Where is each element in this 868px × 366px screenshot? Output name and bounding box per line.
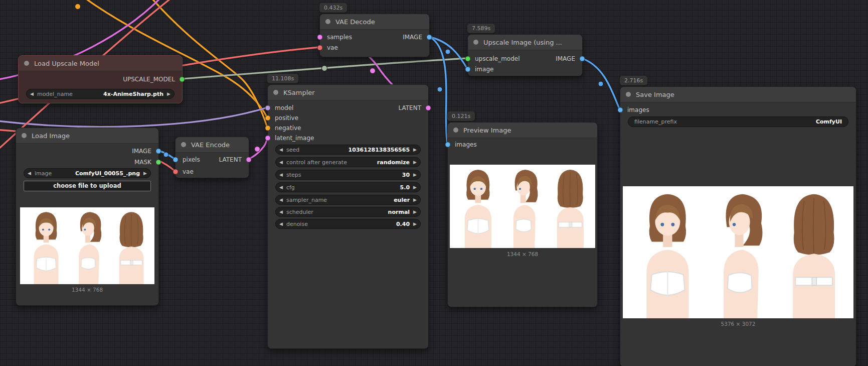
input-port-icon[interactable] bbox=[173, 157, 179, 163]
input-slot-images[interactable]: images bbox=[620, 105, 856, 115]
node-title: VAE Encode bbox=[191, 141, 230, 149]
node-title-bar[interactable]: VAE Encode bbox=[176, 137, 249, 153]
node-vae-encode[interactable]: VAE Encode pixels LATENT vae bbox=[175, 137, 249, 178]
increment-arrow-icon[interactable]: ▶ bbox=[163, 89, 174, 99]
node-load-upscale-model[interactable]: Load Upscale Model UPSCALE_MODEL ◀ model… bbox=[18, 55, 183, 103]
collapse-dot-icon[interactable] bbox=[181, 142, 186, 147]
execution-time-badge: 11.108s bbox=[267, 74, 298, 83]
output-port-icon[interactable] bbox=[180, 77, 185, 82]
decrement-arrow-icon[interactable]: ◀ bbox=[276, 157, 286, 167]
collapse-dot-icon[interactable] bbox=[24, 61, 29, 66]
link-midpoint-dot bbox=[255, 147, 260, 152]
node-save-image[interactable]: Save Image images filename_prefix ComfyU… bbox=[620, 86, 856, 366]
widget-cfg[interactable]: ◀ cfg 5.0 ▶ bbox=[275, 182, 421, 192]
node-title-bar[interactable]: Load Upscale Model bbox=[19, 56, 182, 71]
input-port-icon[interactable] bbox=[265, 136, 271, 141]
widget-scheduler[interactable]: ◀ scheduler normal ▶ bbox=[275, 207, 421, 217]
input-slot-negative[interactable]: negative bbox=[268, 123, 428, 133]
node-title-bar[interactable]: Upscale Image (using ... bbox=[468, 35, 582, 50]
output-port-icon[interactable] bbox=[426, 105, 431, 111]
input-slot-samples[interactable]: samples bbox=[320, 32, 380, 42]
decrement-arrow-icon[interactable]: ◀ bbox=[276, 145, 286, 155]
input-port-icon[interactable] bbox=[445, 142, 451, 148]
decrement-arrow-icon[interactable]: ◀ bbox=[276, 182, 286, 192]
widget-image-file[interactable]: ◀ image ComfyUI_00055_.png ▶ bbox=[24, 168, 151, 178]
increment-arrow-icon[interactable]: ▶ bbox=[410, 170, 420, 180]
input-port-icon[interactable] bbox=[317, 35, 323, 40]
output-slot-latent[interactable]: LATENT bbox=[340, 103, 428, 113]
input-port-icon[interactable] bbox=[173, 169, 179, 175]
node-graph-canvas[interactable]: 11.108s 0.432s 7.589s 0.121s 2.716s Load… bbox=[0, 0, 868, 366]
increment-arrow-icon[interactable]: ▶ bbox=[410, 219, 420, 229]
node-ksampler[interactable]: KSampler model LATENT positive negative … bbox=[267, 84, 429, 349]
decrement-arrow-icon[interactable]: ◀ bbox=[276, 170, 286, 180]
loaded-image-preview bbox=[20, 207, 154, 284]
increment-arrow-icon[interactable]: ▶ bbox=[410, 182, 420, 192]
input-port-icon[interactable] bbox=[265, 115, 271, 121]
output-port-icon[interactable] bbox=[427, 35, 432, 40]
decrement-arrow-icon[interactable]: ◀ bbox=[276, 219, 286, 229]
node-title-bar[interactable]: Load Image bbox=[16, 128, 158, 144]
node-upscale-image[interactable]: Upscale Image (using ... upscale_model I… bbox=[467, 34, 583, 76]
widget-model-name[interactable]: ◀ model_name 4x-AnimeSharp.pth ▶ bbox=[26, 89, 175, 99]
node-title: Save Image bbox=[636, 91, 674, 98]
collapse-dot-icon[interactable] bbox=[22, 133, 27, 138]
node-load-image[interactable]: Load Image IMAGE MASK ◀ image ComfyUI_00… bbox=[16, 128, 159, 306]
input-slot-image[interactable]: image bbox=[468, 64, 582, 74]
node-vae-decode[interactable]: VAE Decode samples IMAGE vae bbox=[319, 14, 430, 57]
input-slot-vae[interactable]: vae bbox=[320, 43, 429, 53]
input-slot-model[interactable]: model bbox=[268, 103, 340, 113]
node-title-bar[interactable]: VAE Decode bbox=[320, 14, 429, 30]
increment-arrow-icon[interactable]: ▶ bbox=[140, 168, 150, 178]
output-port-icon[interactable] bbox=[580, 56, 585, 62]
input-port-icon[interactable] bbox=[317, 45, 323, 51]
input-port-icon[interactable] bbox=[465, 67, 471, 72]
output-slot-latent[interactable]: LATENT bbox=[209, 155, 249, 165]
output-slot-image[interactable]: IMAGE bbox=[16, 146, 158, 156]
collapse-dot-icon[interactable] bbox=[273, 90, 278, 95]
widget-control-after-generate[interactable]: ◀ control after generate randomize ▶ bbox=[275, 157, 421, 167]
collapse-dot-icon[interactable] bbox=[473, 40, 478, 45]
node-title: Upscale Image (using ... bbox=[483, 39, 562, 46]
collapse-dot-icon[interactable] bbox=[453, 128, 458, 133]
output-port-icon[interactable] bbox=[156, 149, 161, 154]
input-slot-vae[interactable]: vae bbox=[176, 167, 249, 177]
node-title-bar[interactable]: Preview Image bbox=[448, 123, 597, 138]
input-slot-images[interactable]: images bbox=[448, 140, 597, 150]
input-port-icon[interactable] bbox=[465, 56, 471, 62]
collapse-dot-icon[interactable] bbox=[626, 92, 631, 97]
decrement-arrow-icon[interactable]: ◀ bbox=[276, 195, 286, 205]
node-title: Load Image bbox=[32, 132, 70, 140]
widget-seed[interactable]: ◀ seed 1036128138356565 ▶ bbox=[275, 145, 421, 155]
increment-arrow-icon[interactable]: ▶ bbox=[410, 145, 420, 155]
input-slot-upscale-model[interactable]: upscale_model bbox=[468, 54, 548, 64]
collapse-dot-icon[interactable] bbox=[325, 19, 330, 24]
output-slot-image[interactable]: IMAGE bbox=[548, 54, 582, 64]
increment-arrow-icon[interactable]: ▶ bbox=[410, 195, 420, 205]
increment-arrow-icon[interactable]: ▶ bbox=[410, 207, 420, 217]
widget-sampler-name[interactable]: ◀ sampler_name euler ▶ bbox=[275, 195, 421, 205]
output-port-icon[interactable] bbox=[246, 157, 252, 163]
output-slot-image[interactable]: IMAGE bbox=[375, 32, 429, 42]
input-port-icon[interactable] bbox=[265, 105, 271, 111]
node-title-bar[interactable]: KSampler bbox=[268, 85, 428, 100]
link-midpoint-dot bbox=[598, 81, 603, 86]
input-slot-pixels[interactable]: pixels bbox=[176, 155, 212, 165]
decrement-arrow-icon[interactable]: ◀ bbox=[276, 207, 286, 217]
input-slot-latent-image[interactable]: latent_image bbox=[268, 133, 428, 143]
node-title-bar[interactable]: Save Image bbox=[620, 87, 856, 102]
output-port-icon[interactable] bbox=[156, 160, 161, 165]
increment-arrow-icon[interactable]: ▶ bbox=[410, 157, 420, 167]
decrement-arrow-icon[interactable]: ◀ bbox=[27, 89, 37, 99]
choose-file-button[interactable]: choose file to upload bbox=[24, 181, 151, 191]
input-port-icon[interactable] bbox=[618, 107, 623, 113]
node-preview-image[interactable]: Preview Image images 1344 × 768 bbox=[447, 122, 598, 307]
input-slot-positive[interactable]: positive bbox=[268, 113, 428, 123]
widget-filename-prefix[interactable]: filename_prefix ComfyUI bbox=[628, 116, 848, 127]
output-slot-mask[interactable]: MASK bbox=[16, 157, 158, 167]
widget-steps[interactable]: ◀ steps 30 ▶ bbox=[275, 170, 421, 180]
input-port-icon[interactable] bbox=[265, 126, 271, 131]
output-slot-upscale-model[interactable]: UPSCALE_MODEL bbox=[19, 74, 182, 84]
widget-denoise[interactable]: ◀ denoise 0.40 ▶ bbox=[275, 219, 421, 229]
decrement-arrow-icon[interactable]: ◀ bbox=[24, 168, 35, 178]
